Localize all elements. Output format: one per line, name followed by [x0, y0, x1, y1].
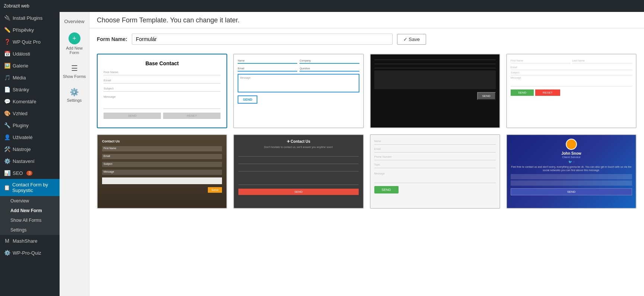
tpl-field-topic: Topic [374, 162, 496, 168]
sidebar-item-uzivatele[interactable]: 👤 Uživatelé [0, 131, 60, 143]
tpl-field-email: Email [238, 66, 297, 72]
sidebar-sub-settings[interactable]: Settings [0, 225, 60, 235]
plugin-nav-show-forms[interactable]: ☰ Show Forms [60, 59, 89, 83]
template-photo-preview: Contact Us First Name Email Subject Mess… [98, 135, 226, 208]
tpl-field-subject: Subject [102, 162, 222, 167]
komentare-icon: 💬 [4, 98, 10, 104]
admin-bar-label[interactable]: Zobrazit web [4, 3, 29, 9]
plugin-nav-add-label: Add New Form [61, 46, 88, 55]
tpl-base-title: Base Contact [104, 60, 221, 66]
tpl-field-message [511, 180, 632, 186]
sidebar-sub-show-all-forms[interactable]: Show All Forms [0, 215, 60, 225]
plugin-nav-show-label: Show Forms [63, 74, 86, 79]
plugin-nav-add-new[interactable]: + Add New Form [60, 28, 89, 59]
facebook-icon: f [574, 160, 574, 164]
sidebar-item-label: Média [13, 75, 26, 81]
tpl-field-name [238, 151, 358, 157]
tpl-field-email: Email [511, 65, 632, 70]
tpl-field-subject: Subject [511, 70, 632, 75]
sidebar-item-prispevky[interactable]: ✏️ Příspěvky [0, 24, 60, 36]
tpl-reset-button: RESET [535, 89, 560, 96]
sidebar-item-label: Nastavení [13, 158, 35, 164]
tpl-bio: Feel free to contact us and don't worry,… [511, 165, 632, 172]
tpl-field-phone: Phone Number [374, 154, 496, 160]
tpl-captcha [102, 177, 222, 184]
template-card-dark-contact[interactable]: SEND [370, 54, 500, 128]
sidebar-item-komentare[interactable]: 💬 Komentáře [0, 95, 60, 107]
sidebar-item-mashshare[interactable]: M MashShare [0, 235, 60, 247]
template-dark-contact-preview: SEND [371, 54, 499, 127]
tpl-send-button: SEND [477, 92, 496, 100]
sidebar-item-contact-form[interactable]: 📋 Contact Form by Supsystic [0, 179, 60, 196]
tpl-photo-title: Contact Us [102, 139, 222, 143]
sidebar-item-pluginy[interactable]: 🔧 Pluginy [0, 119, 60, 131]
tpl-field-name [511, 174, 632, 179]
tpl-field-message: Message [104, 94, 221, 109]
plus-icon: + [69, 32, 80, 44]
sidebar-item-label: Události [13, 51, 30, 57]
sidebar-item-label: Vzhled [13, 111, 28, 116]
template-johnsnow-preview: John Snow Client Service 🐦 f Feel free t… [507, 135, 636, 208]
template-card-darkgray[interactable]: ✈ Contact Us Don't hesitate to contact u… [233, 134, 364, 209]
template-card-green[interactable]: Name Email Phone Number Topic Message SE… [370, 134, 500, 209]
sidebar-submenu: Overview Add New Form Show All Forms Set… [0, 196, 60, 235]
tpl-field-email [374, 62, 496, 64]
tpl-field-email [238, 159, 358, 164]
form-name-input[interactable] [132, 34, 393, 45]
sidebar-item-vzhled[interactable]: 🎨 Vzhled [0, 107, 60, 119]
tpl-name: John Snow [511, 151, 632, 155]
install-plugins-icon: 🔌 [4, 15, 10, 21]
contact-form-icon: 📋 [4, 185, 10, 190]
sidebar-item-wp-quiz-pro[interactable]: ❓ WP Quiz Pro [0, 36, 60, 48]
sidebar-item-seo[interactable]: 📊 SEO 3 [0, 167, 60, 179]
form-name-label: Form Name: [97, 36, 127, 42]
pluginy-icon: 🔧 [4, 122, 10, 128]
template-card-base-contact[interactable]: Base Contact First Name Email Subject Me… [97, 54, 227, 128]
sidebar-item-nastroje[interactable]: 🛠️ Nástroje [0, 143, 60, 155]
tpl-field-name: Name [238, 58, 297, 64]
tpl-send-button: SEND [511, 89, 534, 96]
template-card-clean-contact[interactable]: First Name Last Name Email Subject Messa… [506, 54, 637, 128]
media-icon: 🎵 [4, 75, 10, 81]
sidebar-item-galerie[interactable]: 🖼️ Galerie [0, 60, 60, 72]
tpl-send-button: SEND [511, 188, 632, 195]
stranky-icon: 📄 [4, 86, 10, 92]
page-header: Choose Form Template. You can change it … [89, 12, 644, 28]
tpl-field-firstname: First Name [511, 58, 571, 63]
template-clean-contact-preview: First Name Last Name Email Subject Messa… [507, 54, 636, 127]
template-card-photo[interactable]: Contact Us First Name Email Subject Mess… [97, 134, 227, 209]
save-button[interactable]: ✓ Save [397, 34, 426, 45]
sidebar-item-label: MashShare [13, 238, 37, 244]
sidebar-item-media[interactable]: 🎵 Média [0, 72, 60, 84]
wp-sidebar: 🔌 Install Plugins ✏️ Příspěvky ❓ WP Quiz… [0, 0, 60, 296]
sidebar-item-label: WP Quiz Pro [13, 39, 41, 45]
plugin-sidebar: Overview + Add New Form ☰ Show Forms ⚙️ … [60, 0, 89, 296]
galerie-icon: 🖼️ [4, 63, 10, 69]
vzhled-icon: 🎨 [4, 110, 10, 116]
tpl-field-firstname: First Name [104, 69, 221, 75]
sidebar-item-nastaveni[interactable]: ⚙️ Nastavení [0, 155, 60, 167]
tpl-field-message: Message [102, 170, 222, 175]
sidebar-item-stranky[interactable]: 📄 Stránky [0, 84, 60, 95]
plugin-nav-settings[interactable]: ⚙️ Settings [60, 83, 89, 107]
sidebar-item-install-plugins[interactable]: 🔌 Install Plugins [0, 12, 60, 24]
sidebar-item-udalosti[interactable]: 📅 Události [0, 48, 60, 60]
template-card-blue-contact[interactable]: Name Company Email Question Message SEND [233, 54, 364, 128]
tpl-field-email: Email [374, 147, 496, 152]
tpl-role: Client Service [511, 155, 632, 159]
sidebar-item-label: Příspěvky [13, 27, 34, 33]
page-title: Choose Form Template. You can change it … [97, 16, 239, 24]
tpl-header: ✈ Contact Us [238, 139, 358, 144]
tpl-send-button: Send [208, 187, 222, 193]
tpl-field-company: Company [299, 58, 359, 64]
tpl-field-message: Message [511, 75, 632, 86]
twitter-icon: 🐦 [568, 160, 572, 164]
plugin-sidebar-overview: Overview [64, 15, 84, 28]
tpl-field-name: Name [374, 139, 496, 145]
sidebar-sub-overview[interactable]: Overview [0, 196, 60, 206]
tpl-field-subject: Subject [104, 86, 221, 92]
sidebar-sub-add-new-form[interactable]: Add New Form [0, 206, 60, 215]
tpl-send-button: SEND [238, 95, 257, 104]
template-card-john-snow[interactable]: John Snow Client Service 🐦 f Feel free t… [506, 134, 637, 209]
sidebar-item-wp-pro-quiz[interactable]: ⚙️ WP-Pro-Quiz [0, 247, 60, 259]
